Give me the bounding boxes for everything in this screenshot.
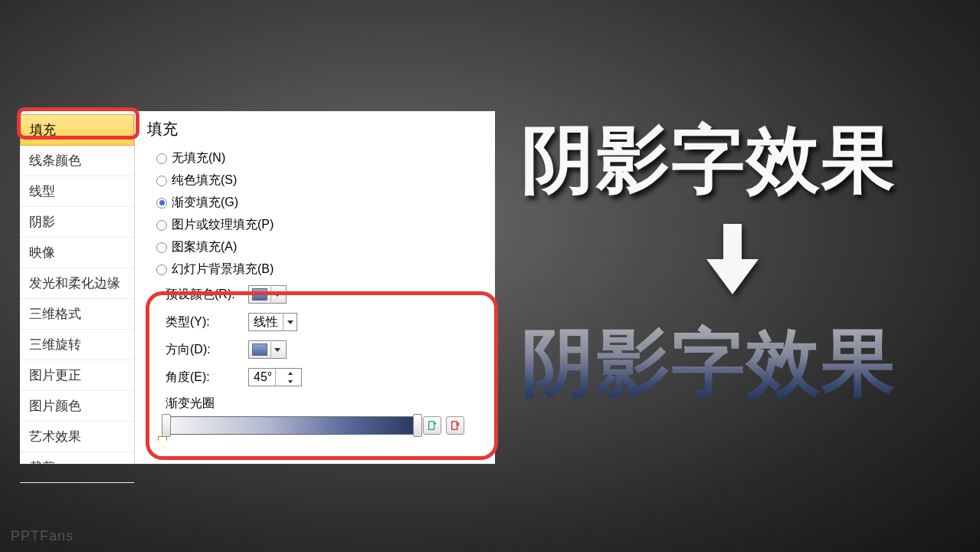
add-stop-icon bbox=[427, 420, 438, 431]
sidebar-item-shadow[interactable]: 阴影 bbox=[20, 207, 134, 238]
svg-rect-0 bbox=[429, 422, 434, 430]
sidebar-item-pic-corrections[interactable]: 图片更正 bbox=[20, 360, 134, 391]
sidebar-item-glow[interactable]: 发光和柔化边缘 bbox=[20, 268, 134, 299]
preset-color-row: 预设颜色(R): bbox=[147, 281, 483, 308]
radio-gradient-fill[interactable]: 渐变填充(G) bbox=[147, 192, 483, 214]
gradient-stops-label: 渐变光圈 bbox=[166, 396, 483, 412]
sidebar-item-artistic[interactable]: 艺术效果 bbox=[20, 422, 134, 452]
gradient-stops-section: 渐变光圈 bbox=[147, 391, 483, 435]
preset-color-dropdown[interactable] bbox=[248, 285, 287, 304]
radio-label: 图片或纹理填充(P) bbox=[172, 217, 274, 233]
radio-icon bbox=[156, 198, 167, 209]
direction-row: 方向(D): bbox=[147, 336, 483, 363]
fill-panel: 填充 无填充(N) 纯色填充(S) 渐变填充(G) 图片或纹理填充(P) 图案填… bbox=[135, 111, 495, 464]
radio-picture-fill[interactable]: 图片或纹理填充(P) bbox=[147, 214, 483, 236]
stop-pointer-icon bbox=[158, 436, 167, 447]
remove-stop-button[interactable] bbox=[446, 416, 464, 435]
sidebar-item-line-color[interactable]: 线条颜色 bbox=[20, 146, 134, 176]
gradient-stop-handle[interactable] bbox=[162, 414, 171, 437]
direction-dropdown[interactable] bbox=[248, 340, 287, 359]
type-dropdown[interactable]: 线性 bbox=[248, 313, 297, 331]
format-shape-dialog: 填充 线条颜色 线型 阴影 映像 发光和柔化边缘 三维格式 三维旋转 图片更正 … bbox=[20, 111, 495, 464]
chevron-down-icon bbox=[283, 314, 297, 330]
angle-spinner[interactable]: 45° bbox=[248, 368, 302, 386]
sidebar-item-pic-color[interactable]: 图片颜色 bbox=[20, 391, 134, 422]
svg-rect-1 bbox=[452, 422, 457, 430]
sidebar-item-line-style[interactable]: 线型 bbox=[20, 176, 134, 207]
panel-title: 填充 bbox=[147, 119, 483, 140]
demo-text-after: 阴影字效果 bbox=[521, 314, 896, 414]
radio-label: 无填充(N) bbox=[172, 150, 225, 166]
radio-pattern-fill[interactable]: 图案填充(A) bbox=[147, 236, 483, 258]
radio-slide-bg-fill[interactable]: 幻灯片背景填充(B) bbox=[147, 258, 483, 281]
sidebar-item-3d-format[interactable]: 三维格式 bbox=[20, 299, 134, 330]
category-sidebar: 填充 线条颜色 线型 阴影 映像 发光和柔化边缘 三维格式 三维旋转 图片更正 … bbox=[20, 111, 135, 464]
radio-label: 图案填充(A) bbox=[172, 239, 237, 255]
add-stop-button[interactable] bbox=[423, 416, 441, 435]
direction-swatch-icon bbox=[252, 343, 267, 356]
remove-stop-icon bbox=[450, 420, 461, 431]
direction-label: 方向(D): bbox=[166, 342, 242, 358]
chevron-down-icon bbox=[270, 342, 283, 357]
angle-label: 角度(E): bbox=[166, 370, 242, 386]
radio-label: 幻灯片背景填充(B) bbox=[172, 261, 274, 278]
demo-text-before: 阴影字效果 bbox=[521, 111, 896, 211]
radio-icon bbox=[156, 153, 167, 164]
spinner-down-icon[interactable] bbox=[280, 377, 302, 386]
type-label: 类型(Y): bbox=[166, 314, 242, 330]
spinner-up-icon[interactable] bbox=[280, 369, 302, 377]
arrow-down-icon bbox=[705, 224, 760, 294]
angle-row: 角度(E): 45° bbox=[147, 363, 483, 391]
color-swatch-icon bbox=[252, 288, 267, 301]
chevron-down-icon bbox=[270, 287, 283, 302]
sidebar-item-3d-rotation[interactable]: 三维旋转 bbox=[20, 330, 134, 360]
gradient-slider[interactable] bbox=[166, 416, 418, 435]
watermark: PPTFans bbox=[11, 528, 74, 544]
radio-solid-fill[interactable]: 纯色填充(S) bbox=[147, 169, 483, 192]
spinner-buttons[interactable] bbox=[275, 369, 302, 386]
sidebar-item-fill[interactable]: 填充 bbox=[20, 114, 134, 146]
angle-value: 45° bbox=[249, 370, 275, 384]
type-value: 线性 bbox=[254, 314, 278, 330]
radio-icon bbox=[156, 242, 167, 253]
preset-color-label: 预设颜色(R): bbox=[166, 287, 242, 303]
gradient-stop-handle[interactable] bbox=[413, 414, 422, 437]
sidebar-item-reflection[interactable]: 映像 bbox=[20, 238, 134, 268]
radio-icon bbox=[156, 264, 167, 275]
sidebar-item-crop[interactable]: 裁剪 bbox=[20, 452, 134, 483]
type-row: 类型(Y): 线性 bbox=[147, 308, 483, 336]
radio-icon bbox=[156, 220, 167, 231]
radio-no-fill[interactable]: 无填充(N) bbox=[147, 147, 483, 169]
radio-label: 渐变填充(G) bbox=[172, 195, 238, 211]
radio-label: 纯色填充(S) bbox=[172, 172, 237, 189]
radio-icon bbox=[156, 176, 167, 186]
